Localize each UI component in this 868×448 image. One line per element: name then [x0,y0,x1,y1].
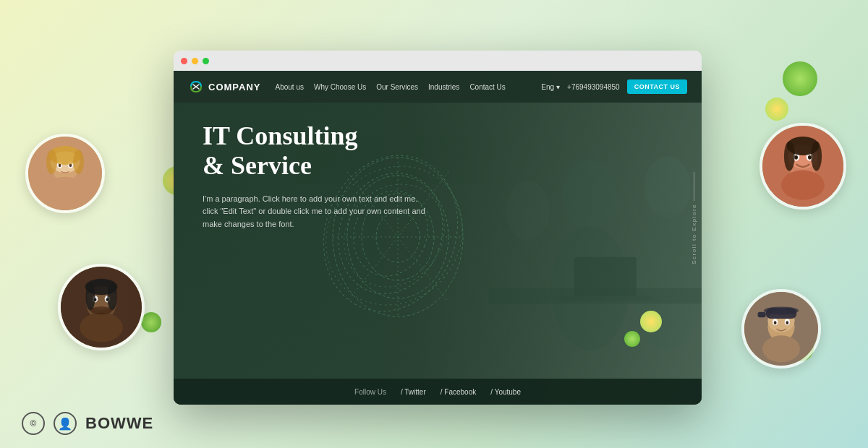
nav-links: About us Why Choose Us Our Services Indu… [275,83,541,91]
footer-facebook[interactable]: / Facebook [441,388,476,396]
company-name: COMPANY [208,82,260,92]
svg-point-36 [762,335,800,362]
avatar-bottom-left [58,264,145,350]
nav-industries[interactable]: Industries [428,83,459,91]
nav-why-choose[interactable]: Why Choose Us [314,83,366,91]
scroll-line [694,172,694,201]
svg-point-40 [774,321,777,324]
browser-dot-yellow[interactable] [192,58,198,64]
person-icon: 👤 [54,412,77,435]
scroll-label: Scroll to Explore [691,204,697,264]
decorative-blob-yellow-right [765,98,788,121]
browser-dot-green[interactable] [203,58,209,64]
footer-twitter[interactable]: / Twitter [401,388,426,396]
hero-content: IT Consulting & Service I'm a paragraph.… [203,121,427,231]
svg-point-30 [808,155,812,160]
svg-point-25 [781,171,825,200]
company-logo-icon [188,79,204,95]
decorative-blob-green-left-bottom [141,312,161,332]
contact-us-button[interactable]: CONTACT US [627,79,687,94]
nav-logo[interactable]: COMPANY [188,79,260,95]
nav-services[interactable]: Our Services [376,83,418,91]
svg-point-32 [784,141,795,171]
chevron-down-icon: ▾ [556,83,560,91]
bottom-brand: © 👤 BOWWE [22,412,153,435]
svg-point-33 [811,141,822,171]
hero-paragraph: I'm a paragraph. Click here to add your … [203,193,427,231]
svg-point-2 [45,177,85,204]
footer-youtube[interactable]: / Youtube [490,388,521,396]
hero-section: COMPANY About us Why Choose Us Our Servi… [174,71,702,405]
svg-point-9 [46,150,57,174]
footer-bar: Follow Us / Twitter / Facebook / Youtube [174,379,702,405]
avatar-face-bottom-right [744,292,818,366]
svg-point-21 [107,283,116,310]
avatar-face-top-right [762,126,843,207]
hero-blob-1 [640,311,662,332]
avatar-face-top-left [28,137,102,210]
avatar-top-right [760,123,846,210]
svg-point-41 [786,321,788,324]
browser-window: COMPANY About us Why Choose Us Our Servi… [174,51,702,405]
svg-point-22 [90,306,112,314]
cc-icon: © [22,412,45,435]
footer-follow-label: Follow Us [354,388,386,396]
nav-contact[interactable]: Contact Us [469,83,505,91]
bowwe-brand-text: BOWWE [85,414,153,433]
avatar-top-left [25,134,105,213]
scroll-indicator: Scroll to Explore [691,172,697,264]
avatar-face-bottom-left [61,267,142,348]
svg-point-10 [73,150,84,174]
svg-point-20 [86,283,95,310]
nav-about[interactable]: About us [275,83,303,91]
nav-right: Eng ▾ +769493094850 CONTACT US [541,79,687,94]
browser-dot-red[interactable] [181,58,187,64]
navbar: COMPANY About us Why Choose Us Our Servi… [174,71,702,103]
svg-rect-43 [758,312,766,317]
decorative-blob-top-right [783,61,817,96]
svg-point-44 [764,306,799,314]
browser-chrome [174,51,702,71]
avatar-bottom-right [741,289,821,369]
hero-blob-2 [624,331,640,347]
nav-language[interactable]: Eng ▾ [541,83,560,91]
svg-point-29 [794,155,798,160]
hero-title: IT Consulting & Service [203,121,427,181]
nav-phone: +769493094850 [567,83,620,91]
svg-point-13 [80,312,123,342]
